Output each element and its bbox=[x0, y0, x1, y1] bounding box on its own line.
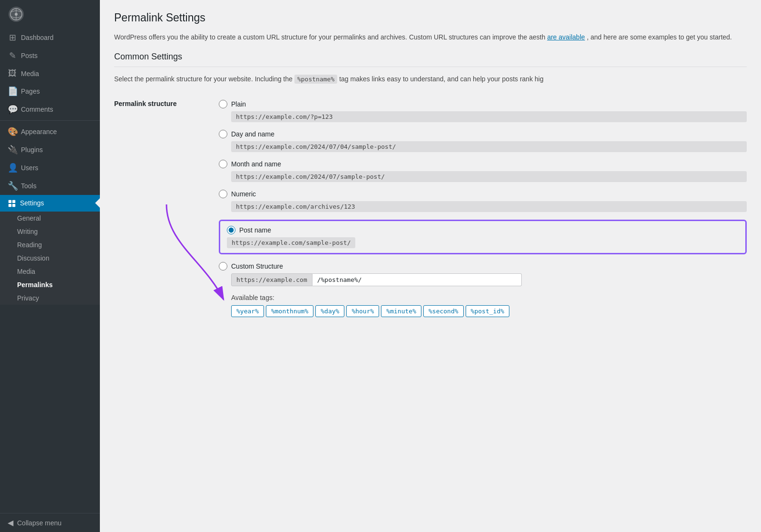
available-tags-section: Available tags: %year% %monthnum% %day% … bbox=[219, 294, 747, 317]
tag-monthnum[interactable]: %monthnum% bbox=[266, 305, 313, 317]
option-plain-label[interactable]: Plain bbox=[219, 100, 747, 108]
settings-icon bbox=[8, 199, 16, 208]
sidebar-item-pages[interactable]: 📄 Pages bbox=[0, 82, 100, 100]
settings-submenu: General Writing Reading Discussion Media… bbox=[0, 212, 100, 305]
radio-month-name[interactable] bbox=[219, 160, 227, 168]
svg-rect-4 bbox=[9, 200, 11, 203]
sidebar-item-reading[interactable]: Reading bbox=[0, 238, 100, 251]
tag-hour[interactable]: %hour% bbox=[346, 305, 379, 317]
post-name-highlighted-box: Post name https://example.com/sample-pos… bbox=[219, 220, 747, 254]
option-numeric-label[interactable]: Numeric bbox=[219, 190, 747, 198]
main-content: Permalink Settings WordPress offers you … bbox=[100, 0, 761, 532]
option-month-name-label[interactable]: Month and name bbox=[219, 160, 747, 168]
posts-icon: ✎ bbox=[8, 50, 17, 61]
tag-buttons-row: %year% %monthnum% %day% %hour% %minute% … bbox=[231, 305, 747, 317]
sidebar-item-appearance[interactable]: 🎨 Appearance bbox=[0, 123, 100, 141]
site-logo[interactable] bbox=[0, 0, 100, 29]
permalink-structure-label: Permalink structure bbox=[114, 94, 219, 323]
option-day-name: Day and name https://example.com/2024/07… bbox=[219, 130, 747, 152]
sidebar-item-comments[interactable]: 💬 Comments bbox=[0, 100, 100, 118]
permalink-settings-table: Permalink structure Plain https://exampl… bbox=[114, 94, 747, 323]
postname-tag: %postname% bbox=[294, 75, 337, 84]
option-custom-label[interactable]: Custom Structure bbox=[219, 262, 747, 271]
option-plain: Plain https://example.com/?p=123 bbox=[219, 100, 747, 122]
url-month-name: https://example.com/2024/07/sample-post/ bbox=[231, 171, 747, 182]
option-custom: Custom Structure https://example.com bbox=[219, 262, 747, 286]
dashboard-icon: ⊞ bbox=[8, 32, 17, 43]
sidebar-item-discussion[interactable]: Discussion bbox=[0, 251, 100, 265]
sidebar-item-settings[interactable]: Settings bbox=[0, 195, 100, 212]
sidebar-item-tools[interactable]: 🔧 Tools bbox=[0, 177, 100, 195]
tools-icon: 🔧 bbox=[8, 181, 17, 191]
option-post-name: Post name https://example.com/sample-pos… bbox=[219, 220, 747, 254]
common-settings-description: Select the permalink structure for your … bbox=[114, 74, 747, 85]
pages-icon: 📄 bbox=[8, 86, 17, 97]
tag-day[interactable]: %day% bbox=[315, 305, 344, 317]
tag-post-id[interactable]: %post_id% bbox=[466, 305, 509, 317]
page-description: WordPress offers you the ability to crea… bbox=[114, 32, 747, 42]
comments-icon: 💬 bbox=[8, 104, 17, 115]
option-numeric: Numeric https://example.com/archives/123 bbox=[219, 190, 747, 212]
collapse-icon: ◀ bbox=[8, 518, 13, 527]
sidebar-item-posts[interactable]: ✎ Posts bbox=[0, 47, 100, 65]
sidebar-item-media-settings[interactable]: Media bbox=[0, 265, 100, 278]
radio-plain[interactable] bbox=[219, 100, 227, 108]
url-numeric: https://example.com/archives/123 bbox=[231, 201, 747, 212]
option-month-name: Month and name https://example.com/2024/… bbox=[219, 160, 747, 182]
radio-custom[interactable] bbox=[219, 262, 227, 271]
sidebar-item-users[interactable]: 👤 Users bbox=[0, 159, 100, 177]
tag-year[interactable]: %year% bbox=[231, 305, 264, 317]
radio-post-name[interactable] bbox=[227, 226, 235, 234]
svg-rect-5 bbox=[12, 200, 15, 203]
sidebar-item-media[interactable]: 🖼 Media bbox=[0, 65, 100, 82]
option-post-name-label[interactable]: Post name bbox=[227, 226, 739, 234]
sidebar-item-dashboard[interactable]: ⊞ Dashboard bbox=[0, 29, 100, 47]
radio-day-name[interactable] bbox=[219, 130, 227, 138]
custom-structure-row: https://example.com bbox=[231, 273, 747, 286]
sidebar-item-permalinks[interactable]: Permalinks bbox=[0, 278, 100, 291]
users-icon: 👤 bbox=[8, 163, 17, 173]
tag-minute[interactable]: %minute% bbox=[381, 305, 421, 317]
permalink-options-cell: Plain https://example.com/?p=123 Day and… bbox=[219, 94, 747, 323]
sidebar: ⊞ Dashboard ✎ Posts 🖼 Media 📄 Pages 💬 Co… bbox=[0, 0, 100, 532]
sidebar-item-plugins[interactable]: 🔌 Plugins bbox=[0, 141, 100, 159]
url-post-name: https://example.com/sample-post/ bbox=[227, 237, 355, 248]
tag-second[interactable]: %second% bbox=[423, 305, 464, 317]
sidebar-item-writing[interactable]: Writing bbox=[0, 225, 100, 238]
url-plain: https://example.com/?p=123 bbox=[231, 111, 747, 122]
svg-rect-7 bbox=[12, 204, 15, 207]
url-day-name: https://example.com/2024/07/04/sample-po… bbox=[231, 141, 747, 152]
sidebar-item-privacy[interactable]: Privacy bbox=[0, 291, 100, 305]
page-title: Permalink Settings bbox=[114, 11, 747, 24]
plugins-icon: 🔌 bbox=[8, 145, 17, 155]
radio-numeric[interactable] bbox=[219, 190, 227, 198]
available-link[interactable]: are available bbox=[547, 33, 585, 41]
common-settings-title: Common Settings bbox=[114, 52, 747, 67]
option-day-name-label[interactable]: Day and name bbox=[219, 130, 747, 138]
custom-structure-input[interactable] bbox=[312, 273, 522, 286]
appearance-icon: 🎨 bbox=[8, 126, 17, 137]
media-icon: 🖼 bbox=[8, 68, 17, 78]
sidebar-item-general[interactable]: General bbox=[0, 212, 100, 225]
url-base-text: https://example.com bbox=[231, 273, 312, 286]
available-tags-label: Available tags: bbox=[231, 294, 747, 301]
collapse-menu-button[interactable]: ◀ Collapse menu bbox=[0, 513, 100, 532]
svg-rect-6 bbox=[9, 204, 11, 207]
